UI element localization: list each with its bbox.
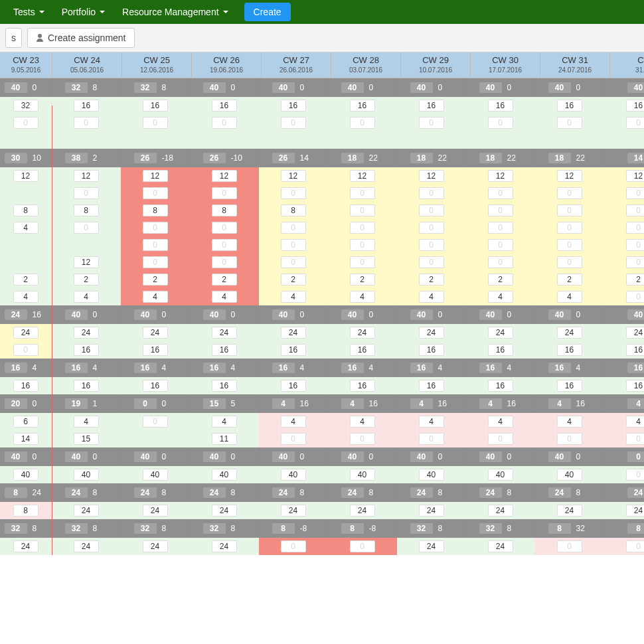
- allocation-cell[interactable]: 4: [0, 219, 52, 236]
- allocation-cell[interactable]: 0: [604, 236, 644, 254]
- allocation-cell[interactable]: 16: [0, 377, 52, 394]
- allocation-cell[interactable]: 14: [0, 430, 52, 447]
- allocation-cell[interactable]: 4: [190, 288, 259, 305]
- summary-cell[interactable]: 164: [0, 359, 52, 377]
- allocation-cell[interactable]: 0: [466, 202, 535, 219]
- allocation-cell[interactable]: 16: [466, 97, 535, 114]
- allocation-cell[interactable]: [0, 185, 52, 202]
- allocation-cell[interactable]: 0: [52, 114, 121, 131]
- summary-cell[interactable]: 400: [0, 447, 52, 466]
- allocation-cell[interactable]: [52, 131, 121, 149]
- allocation-cell[interactable]: 24: [190, 502, 259, 519]
- summary-cell[interactable]: 400: [190, 447, 259, 466]
- allocation-cell[interactable]: 0: [121, 185, 190, 202]
- allocation-cell[interactable]: 32: [0, 97, 52, 114]
- summary-cell[interactable]: 328: [397, 519, 466, 538]
- summary-cell[interactable]: 164: [397, 359, 466, 377]
- allocation-cell[interactable]: [0, 254, 52, 271]
- allocation-cell[interactable]: 16: [259, 341, 328, 359]
- allocation-cell[interactable]: 40: [190, 466, 259, 483]
- summary-cell[interactable]: 8-8: [259, 519, 328, 538]
- column-header[interactable]: CW 2619.06.2016: [192, 52, 262, 78]
- summary-cell[interactable]: 416: [535, 394, 604, 413]
- allocation-cell[interactable]: 0: [397, 114, 466, 131]
- allocation-cell[interactable]: 24: [466, 324, 535, 341]
- summary-cell[interactable]: 26-10: [190, 149, 259, 167]
- allocation-cell[interactable]: 4: [397, 288, 466, 305]
- summary-cell[interactable]: 248: [190, 483, 259, 502]
- allocation-cell[interactable]: [52, 236, 121, 254]
- summary-cell[interactable]: 400: [328, 305, 397, 324]
- allocation-cell[interactable]: 40: [121, 466, 190, 483]
- summary-cell[interactable]: 400: [397, 78, 466, 97]
- allocation-cell[interactable]: 16: [397, 341, 466, 359]
- create-assignment-button[interactable]: Create assignment: [27, 28, 135, 48]
- summary-cell[interactable]: 00: [121, 394, 190, 413]
- summary-cell[interactable]: 328: [466, 519, 535, 538]
- summary-cell[interactable]: 832: [535, 519, 604, 538]
- allocation-cell[interactable]: 0: [604, 114, 644, 131]
- summary-cell[interactable]: 2614: [259, 149, 328, 167]
- allocation-cell[interactable]: 0: [328, 430, 397, 447]
- allocation-cell[interactable]: 16: [604, 97, 644, 114]
- allocation-cell[interactable]: 16: [190, 97, 259, 114]
- allocation-cell[interactable]: 0: [604, 202, 644, 219]
- column-header[interactable]: CW 2910.07.2016: [401, 52, 471, 78]
- allocation-cell[interactable]: 0: [121, 254, 190, 271]
- allocation-cell[interactable]: 4: [52, 288, 121, 305]
- allocation-cell[interactable]: [328, 131, 397, 149]
- allocation-cell[interactable]: 0: [259, 236, 328, 254]
- allocation-cell[interactable]: 0: [397, 202, 466, 219]
- allocation-cell[interactable]: 16: [397, 97, 466, 114]
- allocation-cell[interactable]: 24: [190, 324, 259, 341]
- summary-cell[interactable]: 155: [190, 394, 259, 413]
- allocation-cell[interactable]: 12: [121, 167, 190, 185]
- allocation-cell[interactable]: 40: [328, 466, 397, 483]
- allocation-cell[interactable]: 0: [535, 430, 604, 447]
- allocation-cell[interactable]: 8: [0, 202, 52, 219]
- allocation-cell[interactable]: 12: [535, 167, 604, 185]
- allocation-cell[interactable]: 24: [121, 538, 190, 555]
- allocation-cell[interactable]: 0: [121, 413, 190, 430]
- allocation-cell[interactable]: 2: [259, 271, 328, 288]
- allocation-cell[interactable]: 0: [604, 254, 644, 271]
- allocation-cell[interactable]: 24: [328, 502, 397, 519]
- allocation-cell[interactable]: 4: [328, 413, 397, 430]
- allocation-cell[interactable]: [397, 131, 466, 149]
- allocation-cell[interactable]: 2: [466, 271, 535, 288]
- summary-cell[interactable]: 2416: [0, 305, 52, 324]
- allocation-cell[interactable]: 0: [535, 185, 604, 202]
- allocation-cell[interactable]: 12: [52, 167, 121, 185]
- allocation-cell[interactable]: 4: [604, 413, 644, 430]
- allocation-cell[interactable]: 0: [259, 185, 328, 202]
- allocation-cell[interactable]: 0: [52, 185, 121, 202]
- allocation-cell[interactable]: [121, 430, 190, 447]
- summary-cell[interactable]: 248: [121, 483, 190, 502]
- summary-cell[interactable]: 248: [535, 483, 604, 502]
- summary-cell[interactable]: 248: [397, 483, 466, 502]
- summary-cell[interactable]: 26-18: [121, 149, 190, 167]
- allocation-cell[interactable]: 12: [190, 167, 259, 185]
- summary-cell[interactable]: 382: [52, 149, 121, 167]
- allocation-cell[interactable]: 12: [328, 167, 397, 185]
- summary-cell[interactable]: 416: [259, 394, 328, 413]
- allocation-cell[interactable]: 0: [259, 254, 328, 271]
- summary-cell[interactable]: 164: [259, 359, 328, 377]
- allocation-cell[interactable]: 24: [121, 502, 190, 519]
- allocation-cell[interactable]: 40: [0, 466, 52, 483]
- summary-cell[interactable]: 164: [466, 359, 535, 377]
- allocation-cell[interactable]: [0, 131, 52, 149]
- allocation-cell[interactable]: 0: [190, 185, 259, 202]
- allocation-cell[interactable]: 0: [259, 538, 328, 555]
- summary-cell[interactable]: 400: [52, 305, 121, 324]
- allocation-cell[interactable]: 16: [466, 341, 535, 359]
- summary-cell[interactable]: 248: [466, 483, 535, 502]
- summary-cell[interactable]: 3010: [0, 149, 52, 167]
- summary-cell[interactable]: 1822: [397, 149, 466, 167]
- allocation-cell[interactable]: 0: [328, 202, 397, 219]
- column-header[interactable]: CW 239.05.2016: [0, 52, 52, 78]
- allocation-cell[interactable]: 0: [328, 538, 397, 555]
- allocation-cell[interactable]: 40: [535, 466, 604, 483]
- allocation-cell[interactable]: 12: [397, 167, 466, 185]
- column-header[interactable]: CW 2512.06.2016: [122, 52, 192, 78]
